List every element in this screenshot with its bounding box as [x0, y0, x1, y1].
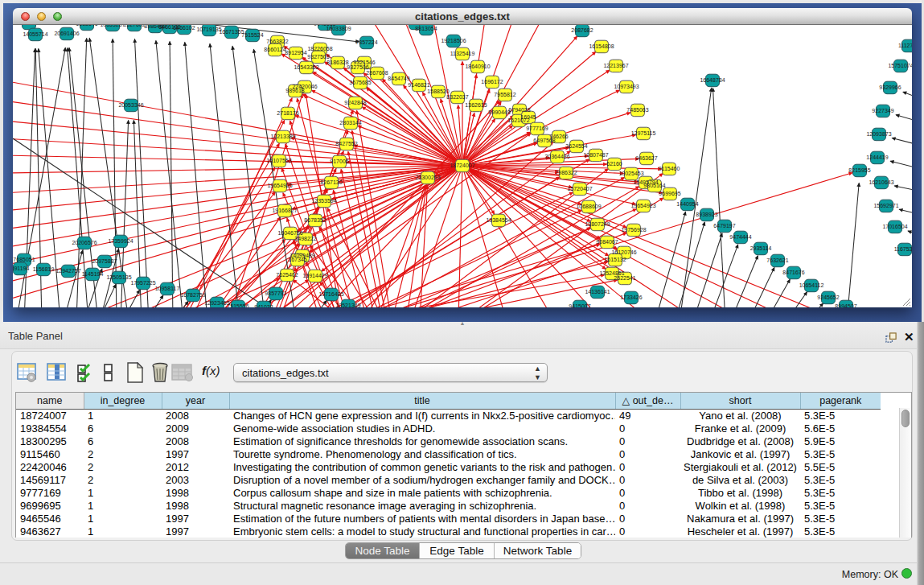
svg-text:9146821: 9146821 [408, 82, 429, 88]
svg-text:9245652: 9245652 [817, 295, 839, 300]
svg-text:12213389: 12213389 [270, 134, 295, 139]
svg-text:10719135: 10719135 [196, 27, 221, 32]
svg-text:10958117: 10958117 [155, 286, 180, 291]
svg-text:16782759: 16782759 [180, 292, 205, 298]
svg-text:16107553: 16107553 [266, 158, 291, 163]
svg-text:8813054: 8813054 [415, 26, 437, 31]
svg-text:16046786: 16046786 [277, 230, 302, 236]
svg-text:7685051: 7685051 [13, 257, 35, 262]
svg-text:8267130: 8267130 [320, 179, 342, 185]
svg-text:17957225: 17957225 [130, 280, 155, 286]
svg-text:9415007: 9415007 [569, 303, 590, 307]
svg-text:62160: 62160 [606, 161, 622, 167]
svg-text:15751074: 15751074 [888, 63, 912, 68]
svg-text:10688609: 10688609 [576, 204, 601, 209]
svg-text:20053346: 20053346 [118, 102, 143, 108]
svg-text:2522541: 2522541 [614, 275, 635, 281]
svg-text:8660124: 8660124 [264, 47, 285, 52]
svg-text:1244419: 1244419 [866, 154, 888, 160]
svg-text:1733426: 1733426 [620, 295, 642, 300]
svg-text:10521349: 10521349 [335, 303, 360, 307]
svg-text:8186328: 8186328 [326, 60, 348, 65]
svg-text:9777169: 9777169 [526, 126, 548, 131]
svg-text:941033: 941033 [254, 304, 273, 307]
svg-text:3675685: 3675685 [349, 80, 371, 85]
svg-text:16671355: 16671355 [219, 29, 244, 35]
svg-text:10807487: 10807487 [583, 152, 608, 158]
svg-text:7485063: 7485063 [626, 107, 648, 113]
svg-text:11325419: 11325419 [450, 51, 475, 56]
svg-text:1527602: 1527602 [123, 25, 145, 27]
svg-text:1112727: 1112727 [898, 43, 912, 48]
svg-text:9699695: 9699695 [659, 191, 680, 196]
svg-text:12975115: 12975115 [631, 130, 656, 136]
svg-text:10653267: 10653267 [100, 25, 125, 27]
svg-text:14055714: 14055714 [23, 31, 47, 37]
svg-text:20364436: 20364436 [544, 154, 569, 159]
svg-text:19218506: 19218506 [441, 38, 466, 43]
svg-text:2718176: 2718176 [277, 110, 298, 116]
svg-text:18640910: 18640910 [465, 64, 490, 69]
svg-text:12213967: 12213967 [603, 63, 628, 68]
svg-text:9474444: 9474444 [729, 234, 751, 240]
svg-text:1167533: 1167533 [894, 246, 912, 252]
svg-text:19384554: 19384554 [486, 217, 511, 223]
svg-text:10025453: 10025453 [618, 171, 643, 176]
svg-text:16648784: 16648784 [700, 77, 725, 83]
svg-text:12923465: 12923465 [204, 300, 229, 306]
svg-text:16154808: 16154808 [589, 43, 614, 49]
svg-text:917006: 917006 [330, 159, 348, 164]
svg-text:16033809: 16033809 [326, 26, 351, 31]
svg-text:18226058: 18226058 [307, 46, 332, 51]
svg-text:19654925: 19654925 [267, 183, 292, 188]
svg-text:1696172: 1696172 [481, 79, 503, 84]
svg-text:17016504: 17016504 [882, 224, 907, 229]
svg-text:9084067: 9084067 [596, 239, 618, 245]
svg-text:8322037: 8322037 [446, 94, 468, 100]
svg-text:20691406: 20691406 [54, 31, 79, 36]
svg-text:9327503: 9327503 [307, 54, 329, 60]
svg-text:1313146: 1313146 [76, 25, 97, 27]
svg-text:20975887: 20975887 [92, 258, 117, 264]
svg-text:8912954: 8912954 [285, 50, 306, 56]
svg-text:10973493: 10973493 [614, 84, 639, 89]
svg-text:2803144: 2803144 [339, 120, 361, 126]
svg-text:9463627: 9463627 [635, 155, 657, 161]
svg-text:9242848: 9242848 [344, 100, 366, 105]
svg-text:1615132: 1615132 [604, 257, 626, 262]
svg-text:6794028: 6794028 [508, 107, 530, 113]
svg-text:6479197: 6479197 [713, 223, 735, 229]
svg-text:18724007: 18724007 [450, 163, 474, 168]
svg-text:14136141: 14136141 [585, 289, 610, 295]
svg-text:2011373: 2011373 [18, 25, 40, 26]
svg-text:1440954: 1440954 [676, 201, 698, 207]
svg-text:12093873: 12093873 [866, 131, 891, 137]
svg-text:8938923: 8938923 [696, 212, 717, 217]
svg-text:16543362: 16543362 [294, 64, 318, 70]
svg-text:18807249: 18807249 [585, 221, 610, 227]
svg-text:391194: 391194 [13, 266, 30, 271]
svg-text:7986322: 7986322 [555, 170, 577, 175]
svg-text:8427552: 8427552 [335, 141, 357, 146]
svg-text:23300293: 23300293 [415, 175, 440, 180]
svg-text:9805164: 9805164 [643, 183, 665, 188]
svg-text:12353594: 12353594 [311, 198, 336, 204]
svg-text:16945: 16945 [520, 114, 536, 120]
svg-text:16120746: 16120746 [611, 249, 636, 255]
svg-text:19716485: 19716485 [318, 291, 343, 297]
svg-text:19654923: 19654923 [630, 203, 655, 208]
svg-text:7515556: 7515556 [227, 303, 248, 307]
svg-text:10654112: 10654112 [799, 282, 824, 288]
svg-text:7632621: 7632621 [766, 257, 788, 263]
svg-text:15720407: 15720407 [567, 186, 592, 192]
svg-text:8678352: 8678352 [304, 217, 326, 223]
svg-text:8990448: 8990448 [488, 109, 510, 115]
svg-text:3498222: 3498222 [294, 236, 316, 241]
svg-text:20206576: 20206576 [72, 240, 97, 245]
svg-text:19756928: 19756928 [621, 227, 646, 233]
svg-text:8454749: 8454749 [388, 76, 409, 81]
svg-text:8471676: 8471676 [782, 270, 804, 275]
svg-text:19166827: 19166827 [272, 208, 297, 213]
svg-text:1156819: 1156819 [33, 266, 55, 272]
svg-text:9327506: 9327506 [347, 64, 368, 70]
